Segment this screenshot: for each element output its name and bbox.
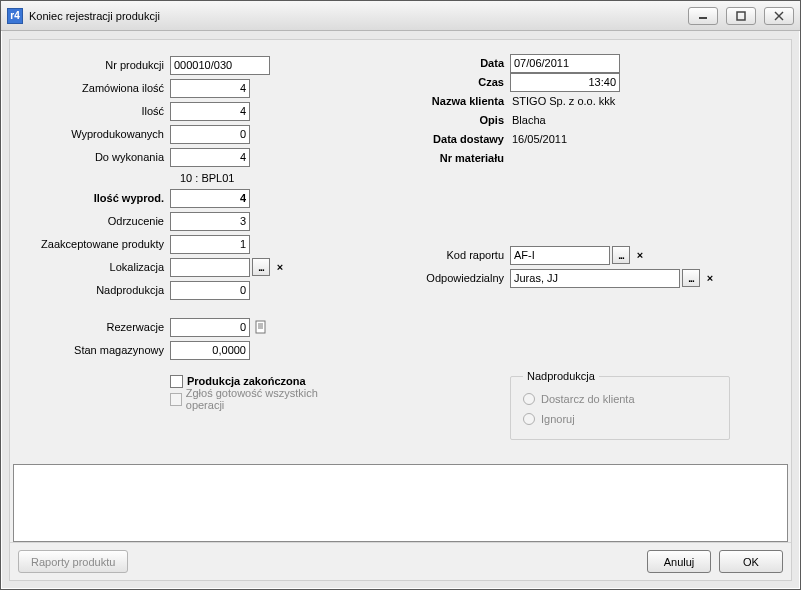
nr-produkcji-label: Nr produkcji — [30, 59, 170, 71]
odrzucenie-label: Odrzucenie — [30, 215, 170, 227]
app-icon: r4 — [7, 8, 23, 24]
odpowiedzialny-clear-button[interactable]: × — [702, 269, 718, 287]
checkbox-icon — [170, 375, 183, 388]
svg-rect-1 — [737, 12, 745, 20]
ilosc-input[interactable] — [170, 102, 250, 121]
nazwa-klienta-value: STIGO Sp. z o.o. kkk — [510, 95, 615, 107]
window-title: Koniec rejestracji produkcji — [29, 10, 160, 22]
data-dostawy-value: 16/05/2011 — [510, 133, 567, 145]
wyprodukowanych-label: Wyprodukowanych — [30, 128, 170, 140]
nadprodukcja-group-legend: Nadprodukcja — [523, 370, 599, 382]
ok-button[interactable]: OK — [719, 550, 783, 573]
odpowiedzialny-lookup-button[interactable]: ... — [682, 269, 700, 287]
minimize-button[interactable] — [688, 7, 718, 25]
svg-rect-4 — [256, 321, 265, 333]
stan-input[interactable] — [170, 341, 250, 360]
radio-dostarcz: Dostarcz do klienta — [523, 389, 717, 409]
radio-icon — [523, 413, 535, 425]
radio-icon — [523, 393, 535, 405]
raporty-produktu-button: Raporty produktu — [18, 550, 128, 573]
button-bar: Raporty produktu Anuluj OK — [10, 542, 791, 580]
lokalizacja-clear-button[interactable]: × — [272, 258, 288, 276]
anuluj-button[interactable]: Anuluj — [647, 550, 711, 573]
rezerwacje-label: Rezerwacje — [30, 321, 170, 333]
lokalizacja-lookup-button[interactable]: ... — [252, 258, 270, 276]
maximize-icon — [736, 11, 746, 21]
odrzucenie-input[interactable] — [170, 212, 250, 231]
czas-label: Czas — [400, 76, 510, 88]
produkcja-zakonczona-label: Produkcja zakończona — [187, 375, 306, 387]
radio-dostarcz-label: Dostarcz do klienta — [541, 393, 635, 405]
dialog-window: r4 Koniec rejestracji produkcji Nr produ… — [0, 0, 801, 590]
nr-produkcji-input[interactable] — [170, 56, 270, 75]
zglos-gotowosc-label: Zgłoś gotowość wszystkich operacji — [186, 387, 340, 411]
lokalizacja-input[interactable] — [170, 258, 250, 277]
wyprodukowanych-input[interactable] — [170, 125, 250, 144]
nazwa-klienta-label: Nazwa klienta — [400, 95, 510, 107]
ilosc-wyprod-label: Ilość wyprod. — [30, 192, 170, 204]
ilosc-label: Ilość — [30, 105, 170, 117]
opis-value: Blacha — [510, 114, 546, 126]
radio-ignoruj-label: Ignoruj — [541, 413, 575, 425]
client-area: Nr produkcji Zamówiona ilość Ilość Wypro… — [9, 39, 792, 581]
close-icon — [774, 11, 784, 21]
do-wykonania-label: Do wykonania — [30, 151, 170, 163]
czas-input[interactable] — [510, 73, 620, 92]
left-column: Nr produkcji Zamówiona ilość Ilość Wypro… — [30, 54, 340, 440]
titlebar: r4 Koniec rejestracji produkcji — [1, 1, 800, 31]
data-dostawy-label: Data dostawy — [400, 133, 510, 145]
kod-raportu-label: Kod raportu — [400, 249, 510, 261]
ilosc-wyprod-input[interactable] — [170, 189, 250, 208]
do-wykonania-input[interactable] — [170, 148, 250, 167]
zamowiona-input[interactable] — [170, 79, 250, 98]
rezerwacje-page-icon[interactable] — [253, 319, 269, 335]
lokalizacja-label: Lokalizacja — [30, 261, 170, 273]
nadprodukcja-groupbox: Nadprodukcja Dostarcz do klienta Ignoruj — [510, 376, 730, 440]
kod-raportu-clear-button[interactable]: × — [632, 246, 648, 264]
maximize-button[interactable] — [726, 7, 756, 25]
rezerwacje-input[interactable] — [170, 318, 250, 337]
data-input[interactable] — [510, 54, 620, 73]
odpowiedzialny-label: Odpowiedzialny — [400, 272, 510, 284]
stan-label: Stan magazynowy — [30, 344, 170, 356]
operation-note: 10 : BPL01 — [30, 169, 340, 187]
odpowiedzialny-input[interactable] — [510, 269, 680, 288]
kod-raportu-lookup-button[interactable]: ... — [612, 246, 630, 264]
zaakceptowane-label: Zaakceptowane produkty — [30, 238, 170, 250]
nadprodukcja-input[interactable] — [170, 281, 250, 300]
checkbox-icon — [170, 393, 182, 406]
form-area: Nr produkcji Zamówiona ilość Ilość Wypro… — [10, 40, 791, 464]
close-button[interactable] — [764, 7, 794, 25]
minimize-icon — [698, 11, 708, 21]
zglos-gotowosc-checkbox: Zgłoś gotowość wszystkich operacji — [170, 390, 340, 408]
kod-raportu-input[interactable] — [510, 246, 610, 265]
nr-materialu-label: Nr materiału — [400, 152, 510, 164]
data-label: Data — [400, 57, 510, 69]
zamowiona-label: Zamówiona ilość — [30, 82, 170, 94]
radio-ignoruj: Ignoruj — [523, 409, 717, 429]
nadprodukcja-label: Nadprodukcja — [30, 284, 170, 296]
opis-label: Opis — [400, 114, 510, 126]
zaakceptowane-input[interactable] — [170, 235, 250, 254]
notes-textarea[interactable] — [13, 464, 788, 542]
right-column: Data Czas Nazwa klienta STIGO Sp. z o.o.… — [400, 54, 750, 440]
